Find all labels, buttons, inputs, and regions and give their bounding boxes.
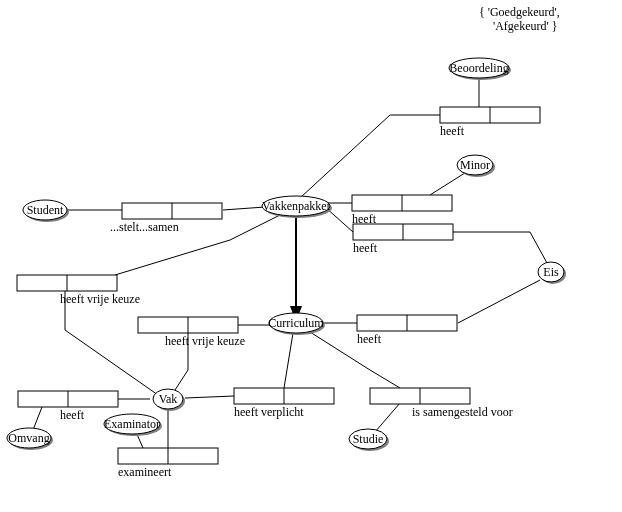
fact-examineert: examineert: [118, 448, 218, 479]
entity-curriculum: Curriculum: [268, 313, 325, 335]
entity-beoordeling: Beoordeling: [449, 58, 511, 80]
entity-vak: Vak: [153, 389, 185, 411]
svg-line-1: [430, 171, 468, 195]
fact-heeft-eis-vp: heeft: [353, 224, 453, 255]
svg-text:'Afgekeurd'  }: 'Afgekeurd' }: [493, 19, 557, 33]
svg-text:Vakkenpakket: Vakkenpakket: [262, 199, 331, 213]
svg-text:Beoordeling: Beoordeling: [449, 61, 508, 75]
entity-eis: Eis: [538, 262, 566, 284]
fact-heeft-omvang: heeft: [18, 391, 118, 422]
label-is-samengesteld: is samengesteld voor: [412, 405, 513, 419]
svg-text:{  'Goedgekeurd',: { 'Goedgekeurd',: [479, 5, 560, 19]
label-heeft-beoord: heeft: [440, 124, 465, 138]
entity-minor: Minor: [457, 155, 495, 177]
svg-line-11: [284, 333, 293, 388]
entity-vakkenpakket: Vakkenpakket: [262, 196, 332, 218]
svg-line-13: [375, 403, 400, 432]
svg-line-10: [458, 280, 540, 323]
label-vrije-keuze-cur: heeft vrije keuze: [165, 334, 245, 348]
entity-omvang: Omvang: [7, 428, 53, 450]
svg-text:Eis: Eis: [543, 265, 559, 279]
fact-heeft-verplicht: heeft verplicht: [234, 388, 334, 419]
label-stelt-samen: ...stelt...samen: [110, 220, 179, 234]
label-vrije-keuze-vp: heeft vrije keuze: [60, 292, 140, 306]
entity-studie: Studie: [349, 429, 389, 451]
fact-heeft-minor: heeft: [352, 195, 452, 226]
svg-text:Minor: Minor: [460, 158, 490, 172]
label-heeft-omvang: heeft: [60, 408, 85, 422]
svg-line-15: [33, 407, 42, 430]
constraint-text: { 'Goedgekeurd', 'Afgekeurd' }: [479, 5, 560, 33]
fact-stelt-samen: ...stelt...samen: [110, 203, 222, 234]
fact-vrije-keuze-vp: heeft vrije keuze: [17, 275, 140, 306]
svg-text:Studie: Studie: [353, 432, 384, 446]
fact-heeft-eis-cur: heeft: [357, 315, 457, 346]
svg-text:Student: Student: [27, 203, 64, 217]
svg-text:Curriculum: Curriculum: [268, 316, 324, 330]
label-heeft-verplicht: heeft verplicht: [234, 405, 304, 419]
fact-vrije-keuze-cur: heeft vrije keuze: [138, 317, 245, 348]
svg-text:Omvang: Omvang: [8, 431, 49, 445]
fact-is-samengesteld: is samengesteld voor: [370, 388, 513, 419]
entity-examinator: Examinator: [104, 414, 162, 436]
entity-student: Student: [23, 200, 69, 222]
svg-line-4: [223, 207, 265, 210]
svg-text:Examinator: Examinator: [104, 417, 160, 431]
label-heeft-eis-cur: heeft: [357, 332, 382, 346]
label-examineert: examineert: [118, 465, 172, 479]
svg-text:Vak: Vak: [159, 392, 178, 406]
fact-heeft-beoordeling: heeft: [440, 107, 540, 138]
label-heeft-eis-vp: heeft: [353, 241, 378, 255]
svg-line-12: [185, 396, 234, 398]
